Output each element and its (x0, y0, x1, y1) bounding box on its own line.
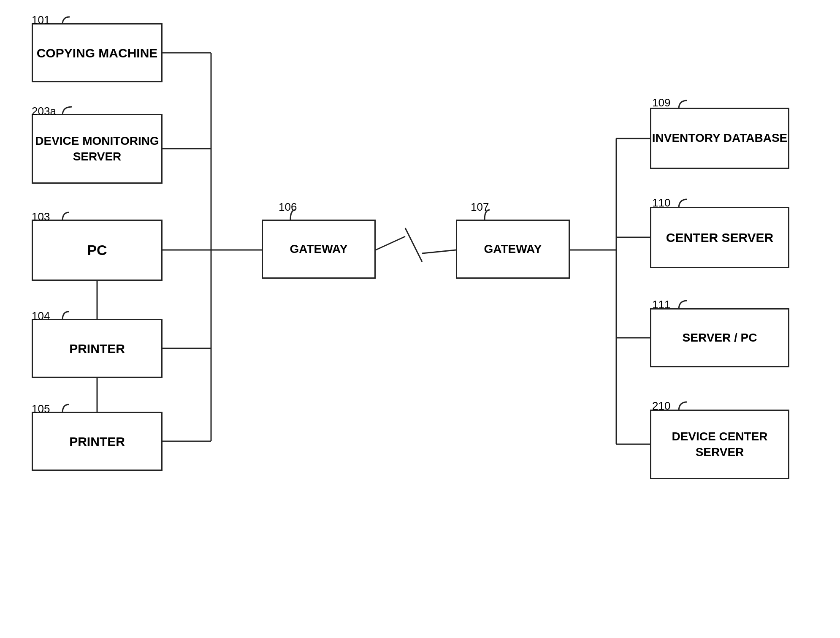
device-center-server-box: DEVICE CENTER SERVER (650, 410, 789, 479)
server-pc-box: SERVER / PC (650, 308, 789, 367)
inventory-db-box: INVENTORY DATABASE (650, 108, 789, 169)
diagram: COPYING MACHINE DEVICE MONITORING SERVER… (0, 0, 840, 638)
ref-101: 101 (32, 14, 50, 27)
pc-box: PC (32, 220, 163, 281)
gateway2-box: GATEWAY (456, 220, 570, 279)
svg-line-9 (376, 236, 405, 250)
ref-106: 106 (279, 201, 297, 214)
printer2-box: PRINTER (32, 412, 163, 471)
ref-203a: 203a (32, 105, 56, 118)
printer1-box: PRINTER (32, 319, 163, 378)
ref-103: 103 (32, 210, 50, 223)
gateway1-box: GATEWAY (262, 220, 376, 279)
center-server-box: CENTER SERVER (650, 207, 789, 268)
ref-104: 104 (32, 309, 50, 323)
ref-111: 111 (652, 298, 670, 311)
copying-machine-box: COPYING MACHINE (32, 23, 163, 82)
ref-210: 210 (652, 399, 670, 413)
ref-109: 109 (652, 96, 670, 109)
svg-line-11 (422, 250, 456, 253)
ref-110: 110 (652, 196, 670, 209)
ref-105: 105 (32, 402, 50, 415)
device-monitoring-server-box: DEVICE MONITORING SERVER (32, 114, 163, 184)
svg-line-10 (405, 228, 422, 262)
ref-107: 107 (471, 201, 489, 214)
